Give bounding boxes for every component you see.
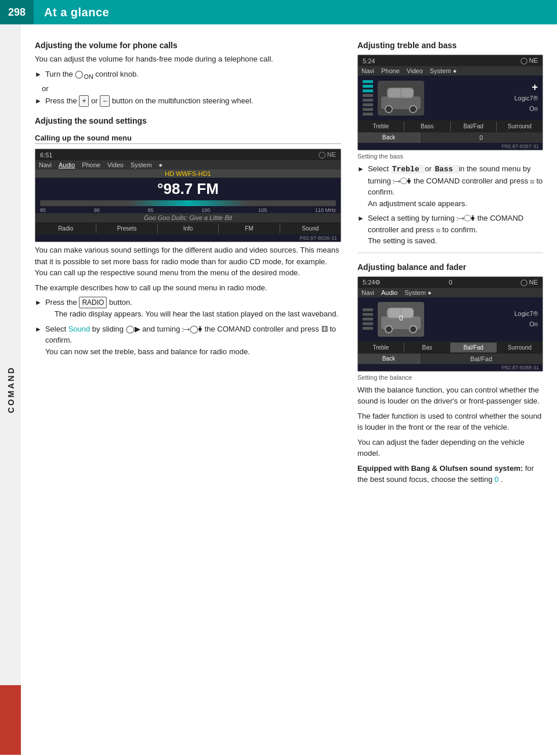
svg-point-11 bbox=[410, 326, 417, 333]
tb-bottom-nav: Treble Bass Bal/Fad Surround bbox=[358, 120, 542, 132]
turn-sym-3: ⧴◯⧳ bbox=[457, 214, 478, 222]
select-label: Select bbox=[45, 325, 66, 333]
tb-main-area: + Logic7® On bbox=[358, 75, 542, 120]
bf-nav-navi: Navi bbox=[361, 289, 374, 296]
scale-105: 105 bbox=[258, 207, 267, 213]
section-title-balfad: Adjusting balance and fader bbox=[357, 262, 543, 272]
subsection-title-sound-menu: Calling up the sound menu bbox=[35, 134, 341, 144]
radio-tuner-bar bbox=[40, 200, 336, 206]
bf-btn-back: Back bbox=[358, 354, 420, 364]
volume-bullet1-content: Turn the ◯ON control knob. bbox=[45, 69, 341, 81]
tb-logic-text: Logic7® On bbox=[514, 93, 538, 114]
sound-bullet4-sub: You can now set the treble, bass and bal… bbox=[45, 347, 250, 356]
tb-screen-code: P82.87-8387-31 bbox=[358, 143, 542, 150]
bf-time: 5:24 bbox=[363, 279, 375, 286]
sound-bullet3-content: Press the RADIO button. The radio displa… bbox=[45, 297, 341, 320]
bf-nav-system: System ● bbox=[404, 289, 431, 296]
balance-para3: You can adjust the fader depending on th… bbox=[357, 437, 543, 459]
tb-bar-4 bbox=[363, 94, 373, 97]
multifunction-label: button on the multifunction steering whe… bbox=[112, 96, 254, 105]
tb-bar-6 bbox=[363, 103, 373, 106]
bf-btn-surround: Surround bbox=[497, 343, 542, 352]
tb-bar-8 bbox=[363, 113, 373, 116]
section-title-volume: Adjusting the volume for phone calls bbox=[35, 41, 341, 50]
tb-level-bars bbox=[363, 80, 373, 116]
on-symbol: ◯ON bbox=[75, 70, 95, 78]
bf-center-val-top: 0 bbox=[381, 279, 520, 286]
tb-bar-5 bbox=[363, 99, 373, 102]
bang-olufsen-bold: Equipped with Bang & Olufsen sound syste… bbox=[357, 464, 523, 473]
tb-btn-balfad: Bal/Fad bbox=[451, 121, 497, 131]
comand-controller-label: the COMAND controller and press bbox=[414, 177, 528, 185]
radio-nav-dot: ● bbox=[159, 161, 163, 168]
svg-rect-3 bbox=[402, 89, 413, 97]
treble-menu-item: Treble bbox=[391, 165, 425, 174]
balance-para1: With the balance function, you can contr… bbox=[357, 384, 543, 407]
bf-car-svg: 0 bbox=[378, 302, 424, 337]
bf-nav-audio: Audio bbox=[381, 289, 397, 296]
radio-btn-radio: Radio bbox=[35, 224, 96, 233]
tb-nav-phone: Phone bbox=[381, 67, 400, 74]
select-setting-label: Select a setting by turning bbox=[368, 214, 455, 222]
radio-screen: 6:51 ◯ NE Navi Audio Phone Video System … bbox=[35, 149, 341, 242]
radio-nav-navi: Navi bbox=[39, 161, 52, 168]
bf-bottom-nav: Treble Bas Bal/Fad Surround bbox=[358, 341, 542, 354]
or-label: or bbox=[91, 96, 100, 105]
scale-90: 90 bbox=[94, 207, 100, 213]
arrow-icon-4: ► bbox=[35, 324, 42, 334]
tb-back-row: Back 0 bbox=[358, 132, 542, 143]
tb-btn-back: Back bbox=[358, 132, 420, 143]
bf-screen-code: P82.87-8388-31 bbox=[358, 364, 542, 371]
bf-btn-bass: Bas bbox=[404, 343, 451, 352]
side-accent-bar bbox=[0, 685, 21, 755]
arrow-icon-5: ► bbox=[357, 164, 364, 174]
tb-plus-sign: + bbox=[531, 81, 538, 93]
chapter-title: At a glance bbox=[34, 6, 109, 19]
bf-bar-1 bbox=[363, 308, 373, 311]
svg-rect-2 bbox=[389, 89, 400, 97]
tb-btn-surround: Surround bbox=[497, 121, 542, 131]
treble-bass-screen: 5:24 ◯ NE Navi Phone Video System ● bbox=[357, 55, 543, 150]
radio-buttons: Radio Presets Info FM Sound bbox=[35, 222, 341, 235]
sound-para2: You can make various sound settings for … bbox=[35, 244, 341, 279]
bf-car-image: 0 bbox=[378, 302, 424, 337]
svg-point-5 bbox=[410, 106, 417, 113]
section-title-treble: Adjusting treble and bass bbox=[357, 41, 543, 50]
sound-bullet3: ► Press the RADIO button. The radio disp… bbox=[35, 297, 341, 320]
zero-highlight: 0 bbox=[494, 475, 498, 484]
adjustment-scale-label: An adjustment scale appears. bbox=[368, 199, 467, 208]
balance-para2: The fader function is used to control wh… bbox=[357, 411, 543, 433]
press-sym-2: ⚅ bbox=[530, 177, 537, 185]
button-label: button. bbox=[109, 298, 132, 307]
balance-para4: Equipped with Bang & Olufsen sound syste… bbox=[357, 463, 543, 485]
balfad-screen: 5:24 ⚙ 0 ◯ NE Navi Audio System ● bbox=[357, 276, 543, 372]
radio-hd-label: HD WWFS-HD1 bbox=[35, 170, 341, 178]
press-sym-3: ⚅ bbox=[436, 225, 443, 234]
turn-sym-2: ⧴◯⧳ bbox=[393, 177, 414, 185]
radio-screen-code: P82.87-8026-31 bbox=[35, 235, 341, 242]
tb-car-image bbox=[378, 81, 424, 116]
bf-btn-treble: Treble bbox=[358, 343, 404, 352]
tb-btn-bass: Bass bbox=[404, 121, 451, 131]
bf-center-label: Bal/Fad bbox=[420, 354, 542, 364]
tb-time: 5:24 bbox=[363, 57, 375, 64]
bass-menu-item: Bass bbox=[433, 165, 458, 174]
scale-95: 95 bbox=[148, 207, 154, 213]
scale-100: 100 bbox=[201, 207, 210, 213]
bf-topbar: 5:24 ⚙ 0 ◯ NE bbox=[358, 277, 542, 288]
treble-bullet1-content: Select Treble or Bass in the sound menu … bbox=[368, 163, 543, 209]
volume-bullet2-content: Press the + or − button on the multifunc… bbox=[45, 95, 341, 107]
balfad-screen-caption: Setting the balance bbox=[357, 374, 543, 381]
radio-btn-fm: FM bbox=[219, 224, 280, 233]
tb-btn-treble: Treble bbox=[358, 121, 404, 131]
radio-nav-phone: Phone bbox=[82, 161, 100, 168]
bf-btn-balfad: Bal/Fad bbox=[451, 343, 497, 352]
plus-button: + bbox=[79, 95, 89, 107]
turn-label: Turn the bbox=[45, 70, 73, 78]
treble-screen-caption: Setting the bass bbox=[357, 153, 543, 160]
and-turning-label: and turning bbox=[142, 325, 180, 333]
tb-topbar: 5:24 ◯ NE bbox=[358, 55, 542, 66]
bf-logic-text: Logic7® On bbox=[514, 309, 538, 329]
radio-button-kbd: RADIO bbox=[79, 297, 107, 308]
or-separator: or bbox=[42, 84, 341, 93]
